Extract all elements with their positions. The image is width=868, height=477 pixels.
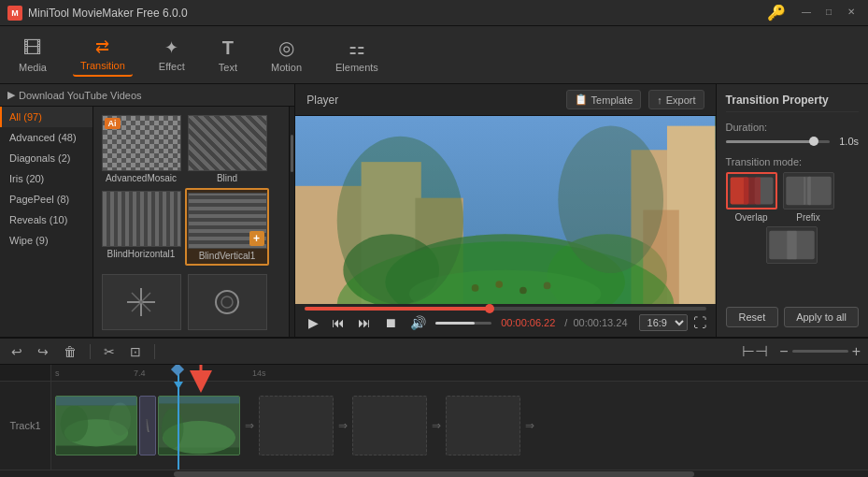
svg-point-5 <box>221 296 233 308</box>
duration-label: Duration: <box>726 122 859 133</box>
download-youtube-button[interactable]: ▶ Download YouTube Videos <box>7 89 142 101</box>
transition-thumb-blind-h <box>102 191 181 247</box>
stop-button[interactable]: ⏹ <box>380 313 401 332</box>
split-button[interactable]: ⊢⊣ <box>738 340 772 362</box>
clip-2-thumb <box>159 396 239 455</box>
transition-1[interactable] <box>139 396 156 455</box>
scrollbar-thumb[interactable] <box>174 471 694 477</box>
transition-blind-h[interactable]: BlindHorizontal1 <box>99 188 183 266</box>
zoom-in-button[interactable]: + <box>852 343 861 360</box>
undo-button[interactable]: ↩ <box>7 342 26 361</box>
mode-prefix[interactable]: Prefix <box>783 172 834 223</box>
transition-thumb-extra-1 <box>102 274 181 330</box>
category-wipe[interactable]: Wipe (9) <box>0 230 92 251</box>
motion-icon: ◎ <box>278 36 294 59</box>
minimize-button[interactable]: — <box>797 4 816 19</box>
maximize-button[interactable]: □ <box>819 4 838 19</box>
progress-handle[interactable] <box>485 304 494 313</box>
timeline-toolbar: ↩ ↪ 🗑 ✂ ⊡ ⊢⊣ − + <box>0 339 868 365</box>
transitions-grid: Ai AdvancedMosaic Blind BlindHorizontal1 <box>93 107 289 337</box>
svg-rect-29 <box>788 231 797 259</box>
volume-slider[interactable] <box>435 322 491 325</box>
progress-bar-area[interactable] <box>295 304 715 311</box>
template-button[interactable]: 📋 Template <box>566 90 642 109</box>
toolbar-media[interactable]: 🎞 Media <box>11 34 54 77</box>
timeline-scrollbar[interactable] <box>0 470 868 477</box>
transition-blind[interactable]: Blind <box>185 112 269 186</box>
toolbar-elements[interactable]: ⚏ Elements <box>328 33 386 77</box>
elements-icon: ⚏ <box>349 36 365 59</box>
track-clips-row: ⇒ ⇒ ⇒ ⇒ <box>51 382 868 470</box>
toolbar-motion[interactable]: ◎ Motion <box>263 33 309 77</box>
mode-option2[interactable] <box>726 226 859 264</box>
export-button[interactable]: ↑ Export <box>648 90 704 109</box>
category-pagepeel[interactable]: PagePeel (8) <box>0 189 92 210</box>
transition-thumb-blind <box>188 115 267 171</box>
panel-inner: All (97) Advanced (48) Diagonals (2) Iri… <box>0 107 294 337</box>
volume-slider-area[interactable] <box>435 322 491 325</box>
trans-label-blind-v: BlindVertical1 <box>199 251 256 261</box>
clip-2[interactable] <box>158 396 240 455</box>
categories-list: All (97) Advanced (48) Diagonals (2) Iri… <box>0 107 93 337</box>
trans-label-blind: Blind <box>217 173 237 183</box>
duration-fill <box>726 140 815 143</box>
transition-thumb-advanced-mosaic: Ai <box>102 115 181 171</box>
toolbar-effect-label: Effect <box>159 61 185 72</box>
track-body-area: ⇒ ⇒ ⇒ ⇒ <box>51 382 868 470</box>
toolbar: 🎞 Media ⇄ Transition ✦ Effect T Text ◎ M… <box>0 26 868 84</box>
svg-point-19 <box>544 282 551 290</box>
transition-advanced-mosaic[interactable]: Ai AdvancedMosaic <box>99 112 183 186</box>
apply-all-button[interactable]: Apply to all <box>784 307 859 327</box>
track-labels-column: Track1 <box>0 365 51 470</box>
timeline-content: Track1 s 7.4 14s <box>0 365 868 470</box>
clip-1[interactable] <box>55 396 137 455</box>
zoom-slider[interactable] <box>792 350 848 353</box>
cut-button[interactable]: ✂ <box>100 342 119 361</box>
crop-button[interactable]: ⊡ <box>126 342 145 361</box>
aspect-ratio-select[interactable]: 16:9 9:16 1:1 4:3 <box>639 314 688 331</box>
duration-handle[interactable] <box>809 137 818 146</box>
mode-overlap[interactable]: Overlap <box>726 172 777 223</box>
next-frame-button[interactable]: ⏭ <box>354 313 375 332</box>
category-advanced[interactable]: Advanced (48) <box>0 127 92 148</box>
fullscreen-button[interactable]: ⛶ <box>693 315 706 330</box>
svg-point-16 <box>472 284 479 292</box>
ruler-mark-14: 14s <box>252 369 266 378</box>
delete-button[interactable]: 🗑 <box>60 342 80 361</box>
prev-frame-button[interactable]: ⏮ <box>328 313 349 332</box>
grid-scrollbar[interactable] <box>289 107 294 337</box>
reset-button[interactable]: Reset <box>726 307 779 327</box>
toolbar-transition[interactable]: ⇄ Transition <box>73 33 133 77</box>
svg-rect-23 <box>743 178 760 205</box>
zoom-out-button[interactable]: − <box>779 343 788 360</box>
svg-point-15 <box>409 270 601 304</box>
play-button[interactable]: ▶ <box>305 313 322 332</box>
arrow-2: ⇒ <box>335 396 350 455</box>
toolbar-text[interactable]: T Text <box>211 34 245 77</box>
category-all[interactable]: All (97) <box>0 107 92 127</box>
duration-slider[interactable] <box>726 140 830 143</box>
player-panel: Player 📋 Template ↑ Export <box>295 84 715 337</box>
category-iris[interactable]: Iris (20) <box>0 168 92 189</box>
category-diagonals[interactable]: Diagonals (2) <box>0 148 92 168</box>
redo-button[interactable]: ↪ <box>34 342 52 361</box>
svg-rect-20 <box>644 210 680 305</box>
category-reveals[interactable]: Reveals (10) <box>0 210 92 230</box>
toolbar-effect[interactable]: ✦ Effect <box>151 34 192 76</box>
mode-prefix-label: Prefix <box>796 212 820 223</box>
transition-blind-v[interactable]: + BlindVertical1 <box>185 188 269 266</box>
volume-button[interactable]: 🔊 <box>406 313 430 332</box>
progress-fill <box>305 307 489 311</box>
progress-track[interactable] <box>305 307 705 311</box>
svg-rect-9 <box>416 198 463 304</box>
toolbar-motion-label: Motion <box>271 62 302 73</box>
toolbar-separator-2 <box>154 344 155 359</box>
transition-extra-1[interactable] <box>99 271 183 335</box>
svg-point-46 <box>162 408 183 448</box>
timeline-tracks: s 7.4 14s <box>51 365 868 470</box>
close-button[interactable]: ✕ <box>842 4 861 19</box>
trans-add-icon: + <box>249 231 264 246</box>
transition-extra-2[interactable] <box>185 271 269 335</box>
duration-section: Duration: 1.0s <box>726 122 859 147</box>
svg-rect-6 <box>295 116 715 304</box>
